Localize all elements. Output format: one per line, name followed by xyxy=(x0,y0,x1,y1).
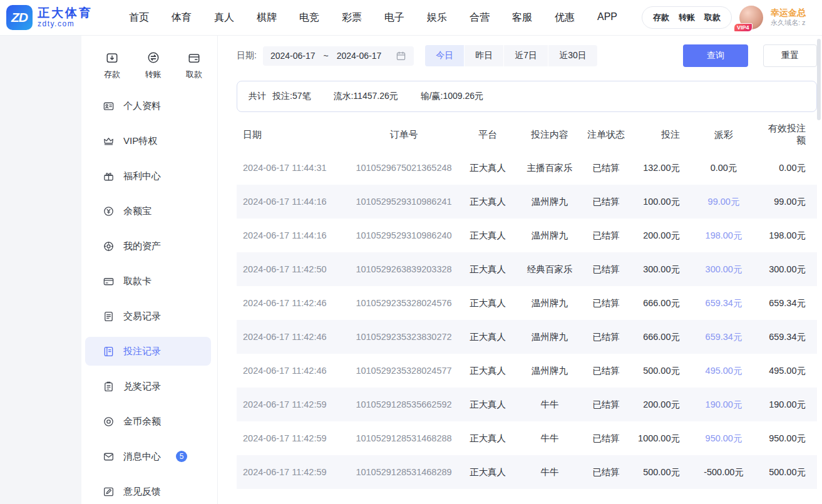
cell-content: 主播百家乐 xyxy=(518,151,581,185)
quick-action-withdraw[interactable]: 取款 xyxy=(186,51,202,80)
cell-content: 温州牌九 xyxy=(518,320,581,354)
table-header-row: 日期订单号平台投注内容注单状态投注派彩有效投注额 xyxy=(237,118,817,151)
brand-logo[interactable]: ZD 正大体育 zdty.com xyxy=(6,5,118,30)
topbar-wallet-link-2[interactable]: 取款 xyxy=(704,12,721,23)
cell-payout: 659.34元 xyxy=(686,286,761,320)
cell-platform: 正大真人 xyxy=(457,388,518,421)
column-header-7: 有效投注额 xyxy=(761,118,817,151)
sidebar-item-vip[interactable]: VIP特权 xyxy=(85,126,211,155)
main-content: 日期: 2024-06-17 ~ 2024-06-17 今日昨日近7日近30日 … xyxy=(218,36,822,504)
nav-item-0[interactable]: 首页 xyxy=(129,11,149,24)
column-header-6: 派彩 xyxy=(686,118,761,151)
left-gutter xyxy=(0,36,81,504)
cell-order: 1010529128531468289 xyxy=(351,455,457,489)
table-row: 2024-06-17 11:42:501010529263839203328正大… xyxy=(237,252,817,286)
cell-status: 已结算 xyxy=(581,185,631,219)
nav-item-7[interactable]: 娱乐 xyxy=(427,11,447,24)
avatar[interactable]: VIP4 xyxy=(739,6,763,29)
reset-button[interactable]: 重置 xyxy=(763,44,817,67)
topbar-wallet-link-0[interactable]: 存款 xyxy=(653,12,669,23)
range-button-2[interactable]: 近7日 xyxy=(503,45,548,66)
nav-item-10[interactable]: 优惠 xyxy=(555,11,575,24)
unread-count-badge: 5 xyxy=(176,451,187,462)
sidebar-item-welfare[interactable]: 福利中心 xyxy=(85,162,211,190)
cell-bet: 132.00元 xyxy=(631,151,686,185)
quick-action-label: 转账 xyxy=(145,69,162,80)
date-separator: ~ xyxy=(324,51,329,61)
cell-valid: 300.00元 xyxy=(761,252,817,286)
card-icon xyxy=(103,275,115,287)
range-button-1[interactable]: 昨日 xyxy=(464,45,503,66)
cell-payout: -500.00元 xyxy=(686,455,761,489)
cell-order: 1010529235328024577 xyxy=(351,354,457,388)
range-button-3[interactable]: 近30日 xyxy=(548,45,597,66)
table-row: 2024-06-17 11:42:591010529128531468288正大… xyxy=(237,421,817,455)
vertical-scrollbar[interactable] xyxy=(817,39,821,120)
sidebar-item-message[interactable]: 消息中心5 xyxy=(85,442,211,471)
sidebar-item-gold[interactable]: 金币余额 xyxy=(85,407,211,436)
summary-turnover: 流水:11457.26元 xyxy=(333,91,398,102)
sidebar-quick-actions: 存款转账取款 xyxy=(85,51,211,85)
nav-item-4[interactable]: 电竞 xyxy=(299,11,319,24)
cell-order: 1010529235323830272 xyxy=(351,320,457,354)
cell-date: 2024-06-17 11:42:50 xyxy=(237,252,351,286)
table-row: 2024-06-17 11:42:591010529128535662592正大… xyxy=(237,388,817,421)
transfer-icon xyxy=(146,51,160,64)
cell-order: 1010529128531468288 xyxy=(351,421,457,455)
cell-platform: 正大真人 xyxy=(457,320,518,354)
nav-item-1[interactable]: 体育 xyxy=(172,11,192,24)
sidebar-item-yuebao[interactable]: 余额宝 xyxy=(85,197,211,225)
nav-item-11[interactable]: APP xyxy=(597,11,617,24)
search-button[interactable]: 查询 xyxy=(683,44,748,67)
sidebar-item-label: VIP特权 xyxy=(123,135,157,147)
range-button-0[interactable]: 今日 xyxy=(425,45,464,66)
cell-status: 已结算 xyxy=(581,455,631,489)
feedback-icon xyxy=(103,486,115,498)
nav-item-2[interactable]: 真人 xyxy=(214,11,234,24)
cell-bet: 666.00元 xyxy=(631,286,686,320)
calendar-icon[interactable] xyxy=(396,51,406,61)
quick-action-deposit[interactable]: 存款 xyxy=(104,51,120,80)
cell-valid: 99.00元 xyxy=(761,185,817,219)
cell-bet: 300.00元 xyxy=(631,252,686,286)
nav-item-9[interactable]: 客服 xyxy=(512,11,532,24)
cell-valid: 190.00元 xyxy=(761,388,817,421)
sidebar-item-profile[interactable]: 个人资料 xyxy=(85,91,211,120)
nav-item-3[interactable]: 棋牌 xyxy=(257,11,277,24)
brand-name: 正大体育 xyxy=(38,6,93,20)
date-range-picker[interactable]: 2024-06-17 ~ 2024-06-17 xyxy=(263,46,414,66)
date-to[interactable]: 2024-06-17 xyxy=(337,51,382,61)
nav-item-5[interactable]: 彩票 xyxy=(342,11,362,24)
vip-icon xyxy=(103,135,115,147)
sidebar-item-transactions[interactable]: 交易记录 xyxy=(85,302,211,331)
cell-date: 2024-06-17 11:44:16 xyxy=(237,219,351,252)
cell-content: 牛牛 xyxy=(518,455,581,489)
sidebar-item-redeem[interactable]: 兑奖记录 xyxy=(85,372,211,401)
summary-winloss: 输/赢:1009.26元 xyxy=(421,91,483,102)
redeem-icon xyxy=(103,381,115,393)
cell-order: 1010529675021365248 xyxy=(351,151,457,185)
table-body: 2024-06-17 11:44:311010529675021365248正大… xyxy=(237,151,817,489)
sidebar-item-card[interactable]: 取款卡 xyxy=(85,267,211,296)
nav-item-8[interactable]: 合营 xyxy=(470,11,490,24)
table-row: 2024-06-17 11:42:591010529128531468289正大… xyxy=(237,455,817,489)
topbar-wallet-link-1[interactable]: 转账 xyxy=(679,12,695,23)
quick-action-transfer[interactable]: 转账 xyxy=(145,51,162,80)
cell-payout: 659.34元 xyxy=(686,320,761,354)
filter-row: 日期: 2024-06-17 ~ 2024-06-17 今日昨日近7日近30日 … xyxy=(237,44,817,67)
sidebar-item-feedback[interactable]: 意见反馈 xyxy=(85,477,211,504)
column-header-4: 注单状态 xyxy=(581,118,631,151)
main-nav: 首页体育真人棋牌电竞彩票电子娱乐合营客服优惠APP xyxy=(129,11,642,24)
user-meta: 幸运金总 永久域名: z xyxy=(771,8,818,27)
cell-status: 已结算 xyxy=(581,286,631,320)
cell-payout: 190.00元 xyxy=(686,388,761,421)
nav-item-6[interactable]: 电子 xyxy=(384,11,404,24)
cell-date: 2024-06-17 11:44:16 xyxy=(237,185,351,219)
sidebar-item-label: 余额宝 xyxy=(123,205,152,217)
sidebar-item-label: 福利中心 xyxy=(123,170,161,182)
filter-actions: 查询 重置 xyxy=(683,44,817,67)
sidebar-item-assets[interactable]: 我的资产 xyxy=(85,232,211,260)
date-from[interactable]: 2024-06-17 xyxy=(270,51,316,61)
deposit-icon xyxy=(105,51,119,64)
sidebar-item-betting[interactable]: 投注记录 xyxy=(85,337,211,366)
